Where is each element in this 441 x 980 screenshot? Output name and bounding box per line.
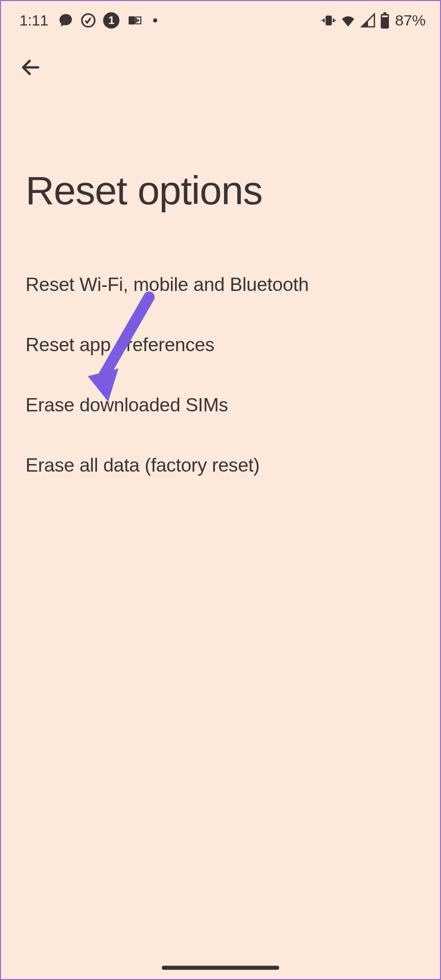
svg-rect-3: [326, 16, 331, 24]
clock: 1:11: [19, 12, 48, 29]
reset-app-preferences[interactable]: Reset app preferences: [26, 315, 415, 375]
svg-rect-8: [383, 12, 386, 14]
status-bar: 1:11 1 87%: [1, 1, 440, 37]
status-bar-left: 1:11 1: [19, 12, 157, 29]
more-notifications-dot: [153, 18, 157, 22]
navigation-handle[interactable]: [162, 966, 279, 970]
status-bar-right: 87%: [322, 12, 426, 29]
notification-badge-count: 1: [108, 14, 114, 27]
cloud-sync-icon: [81, 13, 96, 28]
reset-wifi-mobile-bluetooth[interactable]: Reset Wi-Fi, mobile and Bluetooth: [26, 255, 415, 315]
back-button[interactable]: [1, 37, 440, 81]
erase-downloaded-sims[interactable]: Erase downloaded SIMs: [26, 375, 415, 435]
erase-all-data-factory-reset[interactable]: Erase all data (factory reset): [26, 435, 415, 496]
page-title: Reset options: [1, 81, 440, 255]
reset-options-list: Reset Wi-Fi, mobile and Bluetooth Reset …: [1, 255, 440, 496]
cellular-signal-icon: [360, 13, 376, 28]
battery-percentage: 87%: [395, 12, 426, 29]
svg-rect-1: [129, 16, 135, 24]
wifi-icon: [340, 12, 356, 29]
svg-rect-10: [382, 15, 387, 17]
outlook-icon: [127, 12, 143, 29]
chat-icon: [58, 13, 74, 28]
battery-icon: [380, 12, 390, 29]
vibrate-icon: [322, 13, 336, 28]
back-arrow-icon: [19, 56, 42, 79]
notification-badge-icon: 1: [103, 12, 119, 29]
